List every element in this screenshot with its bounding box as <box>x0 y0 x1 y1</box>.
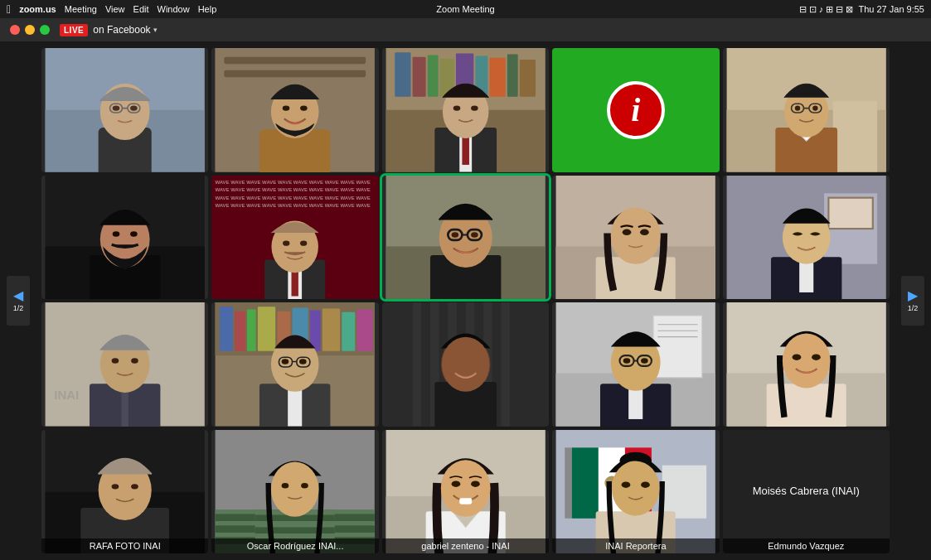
svg-point-169 <box>612 461 660 515</box>
participant-video-16 <box>41 430 208 554</box>
svg-point-32 <box>453 105 461 110</box>
participant-cell-20[interactable]: Moisés Cabrera (INAI) Edmundo Vazquez <box>723 430 890 554</box>
menu-view[interactable]: View <box>105 4 125 14</box>
svg-rect-87 <box>220 307 233 350</box>
participant-cell-10[interactable] <box>723 176 890 300</box>
traffic-lights <box>10 25 50 35</box>
svg-rect-18 <box>395 52 410 96</box>
menu-window[interactable]: Window <box>158 4 190 14</box>
participant-video-12 <box>211 302 378 427</box>
menu-app[interactable]: zoom.us <box>19 4 56 14</box>
svg-point-71 <box>640 229 649 234</box>
participant-cell-18[interactable]: gabriel zenteno - INAI <box>382 430 549 554</box>
menu-meeting[interactable]: Meeting <box>65 4 97 14</box>
menubar-right: ⊟ ⊡ ♪ ⊞ ⊟ ⊠ Thu 27 Jan 9:55 <box>799 4 924 15</box>
participant-cell-8[interactable] <box>382 176 549 300</box>
left-page-number: 1/2 <box>13 304 24 312</box>
participant-cell-1[interactable] <box>41 48 208 172</box>
svg-point-133 <box>792 354 801 360</box>
svg-rect-74 <box>828 197 872 228</box>
svg-point-158 <box>471 480 480 486</box>
svg-rect-111 <box>501 302 510 427</box>
svg-rect-12 <box>225 70 366 78</box>
menu-help[interactable]: Help <box>198 4 217 14</box>
participant-video-17 <box>211 430 378 554</box>
svg-rect-25 <box>507 54 518 96</box>
participant-cell-12[interactable] <box>211 302 378 427</box>
svg-rect-95 <box>342 312 356 351</box>
titlebar: LIVE on Facebook ▾ <box>0 18 931 41</box>
participant-cell-11[interactable]: INAI <box>41 302 208 427</box>
participant-video-9 <box>552 176 719 300</box>
participant-cell-9[interactable] <box>552 176 719 300</box>
apple-logo-icon:  <box>7 2 11 16</box>
participant-video-14 <box>552 302 719 427</box>
menu-edit[interactable]: Edit <box>133 4 149 14</box>
svg-rect-161 <box>565 447 572 518</box>
left-arrow-icon: ◀ <box>13 289 23 302</box>
svg-point-83 <box>112 358 119 363</box>
svg-point-33 <box>471 105 478 110</box>
svg-point-151 <box>282 483 289 488</box>
participant-cell-5[interactable] <box>723 48 890 172</box>
svg-point-170 <box>622 481 631 487</box>
svg-point-127 <box>623 358 631 363</box>
svg-rect-26 <box>520 60 536 97</box>
participant-cell-4[interactable]: i <box>552 48 719 172</box>
prev-page-button[interactable]: ◀ 1/2 <box>7 276 30 326</box>
svg-rect-148 <box>255 527 335 533</box>
participant-cell-14[interactable] <box>552 302 719 427</box>
svg-point-56 <box>300 241 307 246</box>
svg-rect-94 <box>322 308 340 350</box>
participant-cell-16[interactable]: RAFA FOTO INAI <box>41 430 208 554</box>
svg-point-150 <box>271 461 319 516</box>
datetime: Thu 27 Jan 9:55 <box>858 4 924 14</box>
close-button[interactable] <box>10 25 20 35</box>
svg-point-140 <box>131 484 138 489</box>
right-arrow-icon: ▶ <box>908 289 918 302</box>
participant-video-6 <box>41 176 208 300</box>
participant-cell-7[interactable]: WAVE WAVE WAVE WAVE WAVE WAVE WAVE WAVE … <box>211 176 378 300</box>
participant-video-5 <box>723 48 890 172</box>
platform-label: on Facebook <box>93 24 150 36</box>
svg-rect-36 <box>832 101 876 171</box>
name-label-18: gabriel zenteno - INAI <box>382 538 549 553</box>
participant-cell-13[interactable] <box>382 302 549 427</box>
name-label-17: Oscar Rodríguez INAI... <box>211 538 378 553</box>
svg-point-103 <box>282 359 289 364</box>
svg-text:INAI: INAI <box>54 388 79 402</box>
menu-left:  zoom.us Meeting View Edit Window Help <box>7 2 216 16</box>
svg-rect-162 <box>572 447 599 518</box>
participant-cell-15[interactable] <box>723 302 890 427</box>
svg-point-132 <box>782 333 830 388</box>
svg-point-49 <box>130 231 138 236</box>
svg-point-156 <box>441 460 491 516</box>
svg-point-16 <box>301 105 308 110</box>
svg-rect-24 <box>489 58 505 97</box>
svg-point-157 <box>451 480 460 486</box>
svg-point-55 <box>283 241 289 246</box>
svg-point-42 <box>794 105 799 110</box>
svg-point-128 <box>641 358 648 363</box>
main-content: ◀ 1/2 ▶ 1/2 <box>0 41 931 560</box>
next-page-button[interactable]: ▶ 1/2 <box>901 276 924 326</box>
menubar:  zoom.us Meeting View Edit Window Help … <box>0 0 931 18</box>
wave-person-svg <box>211 212 378 299</box>
fullscreen-button[interactable] <box>40 25 50 35</box>
svg-rect-106 <box>412 302 421 427</box>
svg-point-104 <box>299 359 307 364</box>
participant-video-19 <box>552 430 719 554</box>
svg-point-152 <box>302 483 309 488</box>
participant-cell-2[interactable] <box>211 48 378 172</box>
participant-video-11: INAI <box>41 302 208 427</box>
platform-dropdown-icon[interactable]: ▾ <box>153 26 158 34</box>
participant-video-10 <box>723 176 890 300</box>
minimize-button[interactable] <box>25 25 35 35</box>
participant-cell-3[interactable] <box>382 48 549 172</box>
svg-rect-166 <box>662 465 706 518</box>
participant-cell-6[interactable] <box>41 176 208 300</box>
name-label-16: RAFA FOTO INAI <box>41 538 208 553</box>
participant-cell-19[interactable]: INAI Reportera <box>552 430 719 554</box>
svg-rect-96 <box>357 310 373 351</box>
participant-cell-17[interactable]: Oscar Rodríguez INAI... <box>211 430 378 554</box>
